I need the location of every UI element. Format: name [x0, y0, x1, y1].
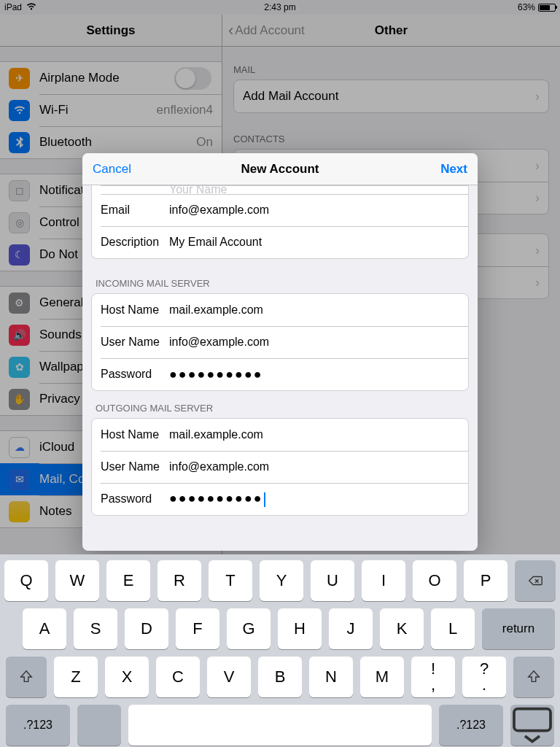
- shift-key[interactable]: [6, 657, 47, 697]
- letter-key[interactable]: Y: [260, 560, 303, 601]
- description-field[interactable]: My Email Account: [169, 236, 459, 249]
- letter-key[interactable]: E: [106, 560, 150, 601]
- letter-key[interactable]: C: [156, 657, 200, 697]
- name-placeholder: Your Name: [169, 185, 459, 194]
- letter-key[interactable]: L: [431, 608, 475, 649]
- letter-key[interactable]: U: [311, 560, 354, 601]
- field-label: Password: [101, 492, 169, 506]
- cancel-button[interactable]: Cancel: [93, 162, 131, 177]
- letter-key[interactable]: H: [278, 608, 322, 649]
- backspace-key[interactable]: [515, 560, 556, 601]
- letter-key[interactable]: Z: [54, 657, 98, 697]
- letter-key[interactable]: T: [209, 560, 252, 601]
- letter-key[interactable]: I: [362, 560, 405, 601]
- dismiss-keyboard-key[interactable]: [510, 705, 554, 746]
- field-label: User Name: [101, 460, 169, 473]
- letter-key[interactable]: D: [125, 608, 168, 649]
- space-key[interactable]: [128, 705, 432, 746]
- outgoing-user-row[interactable]: User Name info@example.com: [92, 451, 468, 483]
- letter-key[interactable]: V: [207, 657, 251, 697]
- modal-title: New Account: [241, 162, 319, 177]
- incoming-header: INCOMING MAIL SERVER: [82, 266, 478, 293]
- letter-key[interactable]: J: [329, 608, 373, 649]
- letter-key[interactable]: N: [309, 657, 353, 697]
- letter-key[interactable]: M: [360, 657, 404, 697]
- description-label: Description: [101, 236, 169, 249]
- incoming-user-row[interactable]: User Name info@example.com: [92, 326, 468, 358]
- globe-key[interactable]: [77, 705, 121, 746]
- svg-rect-0: [514, 709, 551, 731]
- incoming-pass-row[interactable]: Password ●●●●●●●●●●: [92, 358, 468, 390]
- outgoing-host-row[interactable]: Host Name mail.example.com: [92, 419, 468, 451]
- keyboard-icon: [510, 703, 554, 747]
- letter-key[interactable]: A: [23, 608, 66, 649]
- shift-key-right[interactable]: [513, 657, 554, 697]
- next-button[interactable]: Next: [440, 162, 467, 177]
- letter-key[interactable]: P: [464, 560, 508, 601]
- return-key[interactable]: return: [482, 608, 555, 649]
- comma-key[interactable]: !,: [411, 657, 455, 697]
- onscreen-keyboard: QWERTYUIOP ASDFGHJKLreturn ZXCVBNM!,?. .…: [0, 554, 560, 747]
- email-field[interactable]: info@example.com: [169, 204, 459, 217]
- outgoing-pass-row[interactable]: Password ●●●●●●●●●●: [92, 483, 468, 515]
- outgoing-header: OUTGOING MAIL SERVER: [82, 391, 478, 418]
- incoming-password-field[interactable]: ●●●●●●●●●●: [169, 367, 459, 382]
- incoming-host-field[interactable]: mail.example.com: [169, 303, 459, 317]
- outgoing-user-field[interactable]: info@example.com: [169, 460, 459, 473]
- field-label: User Name: [101, 336, 169, 349]
- letter-key[interactable]: W: [55, 560, 99, 601]
- incoming-user-field[interactable]: info@example.com: [169, 336, 459, 349]
- numbers-key-right[interactable]: .?123: [439, 705, 503, 746]
- letter-key[interactable]: K: [380, 608, 424, 649]
- letter-key[interactable]: S: [74, 608, 117, 649]
- description-row[interactable]: Description My Email Account: [92, 226, 468, 258]
- password-dots: ●●●●●●●●●●: [169, 491, 263, 506]
- new-account-modal: Cancel New Account Next x Your Name Emai…: [82, 153, 478, 551]
- field-label: Host Name: [101, 428, 169, 441]
- letter-key[interactable]: B: [258, 657, 302, 697]
- letter-key[interactable]: Q: [4, 560, 48, 601]
- field-label: Host Name: [101, 303, 169, 317]
- letter-key[interactable]: X: [105, 657, 149, 697]
- letter-key[interactable]: R: [158, 560, 201, 601]
- incoming-host-row[interactable]: Host Name mail.example.com: [92, 294, 468, 326]
- numbers-key[interactable]: .?123: [6, 705, 70, 746]
- modal-navbar: Cancel New Account Next: [82, 153, 478, 185]
- letter-key[interactable]: G: [227, 608, 271, 649]
- field-label: Password: [101, 368, 169, 381]
- outgoing-host-field[interactable]: mail.example.com: [169, 428, 459, 441]
- letter-key[interactable]: F: [176, 608, 219, 649]
- name-row[interactable]: x Your Name: [92, 185, 468, 194]
- letter-key[interactable]: O: [413, 560, 456, 601]
- text-cursor: [264, 492, 265, 507]
- email-row[interactable]: Email info@example.com: [92, 194, 468, 226]
- email-label: Email: [101, 204, 169, 217]
- period-key[interactable]: ?.: [462, 657, 506, 697]
- outgoing-password-field[interactable]: ●●●●●●●●●●: [169, 491, 459, 507]
